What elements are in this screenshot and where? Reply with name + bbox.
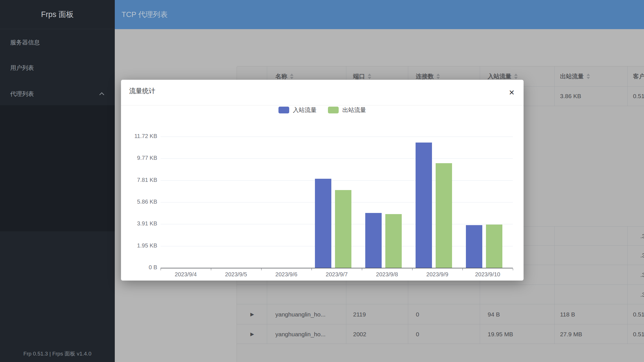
- traffic-bar-chart: 0 B1.95 KB3.91 KB5.86 KB7.81 KB9.77 KB11…: [121, 114, 524, 281]
- close-icon[interactable]: ✕: [506, 87, 517, 98]
- table-row[interactable]: ▶yanghuanglin_ho...2119094 B118 B0.51.3在…: [237, 304, 644, 324]
- y-axis-tick-label: 11.72 KB: [126, 133, 157, 139]
- cell-traffic-out: 27.9 MB: [560, 324, 582, 344]
- cell-name: yanghuanglin_ho...: [275, 304, 326, 324]
- column-header-label: 名称: [275, 73, 287, 79]
- column-divider: [627, 285, 628, 304]
- column-divider: [480, 285, 480, 304]
- x-axis-tick: [211, 268, 211, 270]
- frps-dashboard: Frps 面板 服务器信息用户列表代理列表TCPUDPHTTPHTTPSSTCP…: [0, 0, 644, 362]
- chart-legend: 入站流量出站流量: [121, 106, 524, 114]
- column-header-label: 出站流量: [560, 73, 584, 79]
- x-axis-tick: [362, 268, 362, 270]
- cell-name: yanghuanglin_ho...: [275, 324, 326, 344]
- column-divider: [627, 324, 628, 344]
- cell-traffic-in: 94 B: [488, 304, 500, 324]
- cell-connections: 0: [416, 304, 419, 324]
- bar-入站流量-2023/9/8: [365, 213, 382, 268]
- table-row[interactable]: .3在线: [237, 285, 644, 304]
- modal-divider: [121, 105, 524, 105]
- column-divider: [267, 285, 267, 304]
- cell-client-version-partial: .3: [640, 285, 644, 304]
- x-axis-category-label: 2023/9/5: [211, 271, 261, 278]
- x-axis-category-label: 2023/9/4: [161, 271, 211, 278]
- column-divider: [408, 304, 408, 324]
- y-gridline: [161, 180, 513, 181]
- legend-item-入站流量[interactable]: 入站流量: [278, 106, 317, 114]
- column-header-label: 端口: [353, 73, 365, 79]
- column-divider: [627, 265, 628, 285]
- y-axis-tick-label: 7.81 KB: [126, 177, 157, 183]
- bar-出站流量-2023/9/8: [385, 214, 402, 268]
- x-axis-tick: [463, 268, 463, 270]
- x-axis-line: [161, 268, 513, 268]
- cell-client-version-partial: .3: [640, 265, 644, 285]
- sidebar-item-3[interactable]: 代理列表: [0, 82, 115, 106]
- bar-入站流量-2023/9/9: [416, 143, 432, 268]
- cell-client-version: 0.51.3: [633, 304, 644, 324]
- x-axis-category-label: 2023/9/10: [463, 271, 513, 278]
- traffic-stats-modal: 流量统计 ✕ 入站流量出站流量 0 B1.95 KB3.91 KB5.86 KB…: [121, 80, 524, 281]
- column-divider: [627, 86, 628, 106]
- legend-label: 出站流量: [342, 106, 366, 114]
- column-header-label: 客户端版本: [633, 73, 644, 79]
- column-divider: [554, 324, 555, 344]
- table-row[interactable]: ▶yanghuanglin_ho...2002019.95 MB27.9 MB0…: [237, 324, 644, 344]
- legend-label: 入站流量: [293, 106, 317, 114]
- column-divider: [554, 246, 555, 265]
- column-divider: [480, 304, 480, 324]
- column-divider: [554, 86, 555, 106]
- x-axis-category-label: 2023/9/6: [261, 271, 312, 278]
- sidebar-item-2[interactable]: 用户列表: [0, 56, 115, 80]
- sidebar: Frps 面板 服务器信息用户列表代理列表TCPUDPHTTPHTTPSSTCP…: [0, 0, 115, 362]
- legend-item-出站流量[interactable]: 出站流量: [328, 106, 366, 114]
- y-axis-tick-label: 3.91 KB: [126, 220, 157, 227]
- modal-title: 流量统计: [129, 87, 155, 95]
- x-axis-tick: [312, 268, 312, 270]
- x-axis-tick: [261, 268, 262, 270]
- expand-row-icon[interactable]: ▶: [249, 304, 255, 324]
- column-divider: [554, 285, 555, 304]
- cell-client-version: 0.51.3: [633, 86, 644, 106]
- x-axis-tick: [513, 268, 513, 270]
- expand-row-icon[interactable]: ▶: [249, 324, 255, 344]
- sidebar-item-1[interactable]: 服务器信息: [0, 31, 115, 54]
- x-axis-category-label: 2023/9/7: [312, 271, 362, 278]
- cell-client-version-partial: .3: [640, 227, 644, 246]
- bar-出站流量-2023/9/9: [436, 163, 452, 268]
- column-divider: [627, 246, 628, 265]
- column-header-label: 入站流量: [488, 73, 511, 79]
- sort-caret-icon[interactable]: [587, 73, 590, 79]
- sort-caret-icon[interactable]: [436, 73, 440, 79]
- proxy-submenu: [0, 105, 115, 231]
- column-divider: [554, 66, 555, 86]
- bar-入站流量-2023/9/10: [466, 225, 482, 268]
- column-header-label: 连接数: [416, 73, 434, 79]
- column-divider: [346, 324, 346, 344]
- column-divider: [408, 285, 408, 304]
- column-header-5[interactable]: 出站流量: [560, 66, 590, 86]
- y-axis-tick-label: 0 B: [126, 264, 157, 271]
- column-divider: [408, 324, 408, 344]
- cell-traffic-out: 118 B: [560, 304, 575, 324]
- sort-caret-icon[interactable]: [290, 73, 293, 79]
- column-divider: [627, 304, 628, 324]
- column-divider: [267, 324, 267, 344]
- column-divider: [554, 227, 555, 246]
- x-axis-tick: [412, 268, 412, 270]
- column-divider: [627, 227, 628, 246]
- bar-入站流量-2023/9/7: [315, 179, 331, 268]
- column-divider: [554, 304, 555, 324]
- page-title: TCP 代理列表: [122, 0, 168, 29]
- cell-port: 2002: [353, 324, 366, 344]
- cell-client-version-partial: .3: [640, 246, 644, 265]
- column-divider: [480, 324, 480, 344]
- cell-traffic-in: 19.95 MB: [488, 324, 513, 344]
- y-axis-tick-label: 9.77 KB: [126, 155, 157, 161]
- column-divider: [346, 285, 346, 304]
- x-axis-category-label: 2023/9/9: [412, 271, 463, 278]
- column-header-6[interactable]: 客户端版本: [633, 66, 644, 86]
- sort-caret-icon[interactable]: [514, 73, 518, 79]
- x-axis-category-label: 2023/9/8: [362, 271, 412, 278]
- sort-caret-icon[interactable]: [368, 73, 371, 79]
